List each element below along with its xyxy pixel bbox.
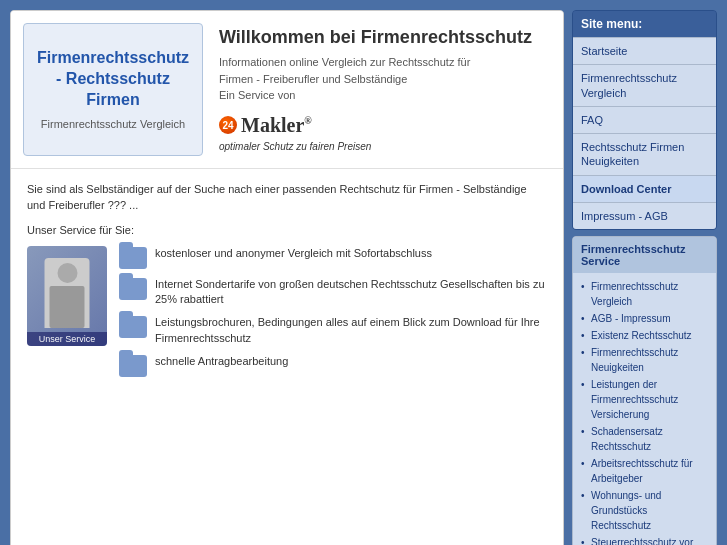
sidebar-service-link-2[interactable]: Existenz Rechtsschutz xyxy=(591,330,692,341)
page-wrapper: Firmenrechtsschutz - Rechtsschutz Firmen… xyxy=(10,10,717,545)
sidebar-menu-box: Site menu: Startseite Firmenrechtsschutz… xyxy=(572,10,717,230)
sidebar-service-box: Firmenrechtsschutz Service Firmenrechtss… xyxy=(572,236,717,545)
sidebar-service-item-1[interactable]: AGB - Impressum xyxy=(581,311,708,326)
service-text-4: schnelle Antragbearbeitung xyxy=(155,354,288,369)
main-content: Firmenrechtsschutz - Rechtsschutz Firmen… xyxy=(10,10,564,545)
welcome-desc-3: Ein Service von xyxy=(219,89,295,101)
welcome-desc-2: Firmen - Freiberufler und Selbständige xyxy=(219,73,407,85)
sidebar-service-link-8[interactable]: Steuerrechtsschutz vor Gerichten xyxy=(591,537,693,545)
service-text-3: Leistungsbrochuren, Bedingungen alles au… xyxy=(155,315,547,346)
sidebar-item-download[interactable]: Download Center xyxy=(573,175,716,202)
sidebar-service-item-7[interactable]: Wohnungs- und Grundstücks Rechtsschutz xyxy=(581,488,708,533)
header-section: Firmenrechtsschutz - Rechtsschutz Firmen… xyxy=(11,11,563,169)
service-item-1: kostenloser und anonymer Vergleich mit S… xyxy=(119,246,547,269)
welcome-desc: Informationen online Vergleich zur Recht… xyxy=(219,54,551,104)
folder-icon-1 xyxy=(119,247,147,269)
sidebar-service-link-0[interactable]: Firmenrechtsschutz Vergleich xyxy=(591,281,678,307)
sidebar-service-item-6[interactable]: Arbeitsrechtsschutz für Arbeitgeber xyxy=(581,456,708,486)
sidebar-service-title: Firmenrechtsschutz Service xyxy=(573,237,716,273)
logo-box: Firmenrechtsschutz - Rechtsschutz Firmen… xyxy=(23,23,203,156)
sidebar-service-item-8[interactable]: Steuerrechtsschutz vor Gerichten xyxy=(581,535,708,545)
sidebar-service-item-4[interactable]: Leistungen der Firmenrechtsschutz Versic… xyxy=(581,377,708,422)
folder-icon-4 xyxy=(119,355,147,377)
service-item-3: Leistungsbrochuren, Bedingungen alles au… xyxy=(119,315,547,346)
brand-text-main: Makler® xyxy=(241,114,312,137)
intro-text: Sie sind als Selbständiger auf der Suche… xyxy=(27,181,547,214)
brand-dot-icon: 24 xyxy=(219,116,237,134)
service-list: kostenloser und anonymer Vergleich mit S… xyxy=(119,246,547,378)
welcome-desc-1: Informationen online Vergleich zur Recht… xyxy=(219,56,470,68)
sidebar-service-link-4[interactable]: Leistungen der Firmenrechtsschutz Versic… xyxy=(591,379,678,420)
sidebar-service-list: Firmenrechtsschutz Vergleich AGB - Impre… xyxy=(573,273,716,545)
body-section: Sie sind als Selbständiger auf der Suche… xyxy=(11,169,563,390)
brand-name: 24 Makler® xyxy=(219,114,312,137)
sidebar: Site menu: Startseite Firmenrechtsschutz… xyxy=(572,10,717,545)
service-figure xyxy=(45,258,90,328)
sidebar-item-startseite[interactable]: Startseite xyxy=(573,37,716,64)
logo-subtitle: Firmenrechtsschutz Vergleich xyxy=(41,118,185,130)
sidebar-service-link-3[interactable]: Firmenrechtsschutz Neuigkeiten xyxy=(591,347,678,373)
sidebar-service-link-6[interactable]: Arbeitsrechtsschutz für Arbeitgeber xyxy=(591,458,693,484)
sidebar-service-link-1[interactable]: AGB - Impressum xyxy=(591,313,670,324)
sidebar-menu-title: Site menu: xyxy=(573,11,716,37)
sidebar-service-item-3[interactable]: Firmenrechtsschutz Neuigkeiten xyxy=(581,345,708,375)
welcome-box: Willkommen bei Firmenrechtsschutz Inform… xyxy=(219,23,551,156)
service-item-2: Internet Sondertarife von großen deutsch… xyxy=(119,277,547,308)
service-text-1: kostenloser und anonymer Vergleich mit S… xyxy=(155,246,432,261)
sidebar-service-link-7[interactable]: Wohnungs- und Grundstücks Rechtsschutz xyxy=(591,490,661,531)
brand-tagline: optimaler Schutz zu fairen Preisen xyxy=(219,141,371,152)
sidebar-item-vergleich[interactable]: Firmenrechtsschutz Vergleich xyxy=(573,64,716,106)
sidebar-item-neuigkeiten[interactable]: Rechtsschutz Firmen Neuigkeiten xyxy=(573,133,716,175)
folder-icon-2 xyxy=(119,278,147,300)
service-item-4: schnelle Antragbearbeitung xyxy=(119,354,547,377)
service-image: Unser Service xyxy=(27,246,107,346)
sidebar-service-link-5[interactable]: Schadensersatz Rechtsschutz xyxy=(591,426,663,452)
sidebar-item-impressum[interactable]: Impressum - AGB xyxy=(573,202,716,229)
logo-title: Firmenrechtsschutz - Rechtsschutz Firmen xyxy=(36,48,190,110)
sidebar-service-item-2[interactable]: Existenz Rechtsschutz xyxy=(581,328,708,343)
sidebar-item-faq[interactable]: FAQ xyxy=(573,106,716,133)
sidebar-service-item-0[interactable]: Firmenrechtsschutz Vergleich xyxy=(581,279,708,309)
welcome-title: Willkommen bei Firmenrechtsschutz xyxy=(219,27,551,48)
service-text-2: Internet Sondertarife von großen deutsch… xyxy=(155,277,547,308)
folder-icon-3 xyxy=(119,316,147,338)
brand-logo: 24 Makler® optimaler Schutz zu fairen Pr… xyxy=(219,114,551,152)
service-label: Unser Service für Sie: xyxy=(27,224,547,236)
content-row: Unser Service kostenloser und anonymer V… xyxy=(27,246,547,378)
sidebar-service-item-5[interactable]: Schadensersatz Rechtsschutz xyxy=(581,424,708,454)
service-image-label: Unser Service xyxy=(27,332,107,346)
